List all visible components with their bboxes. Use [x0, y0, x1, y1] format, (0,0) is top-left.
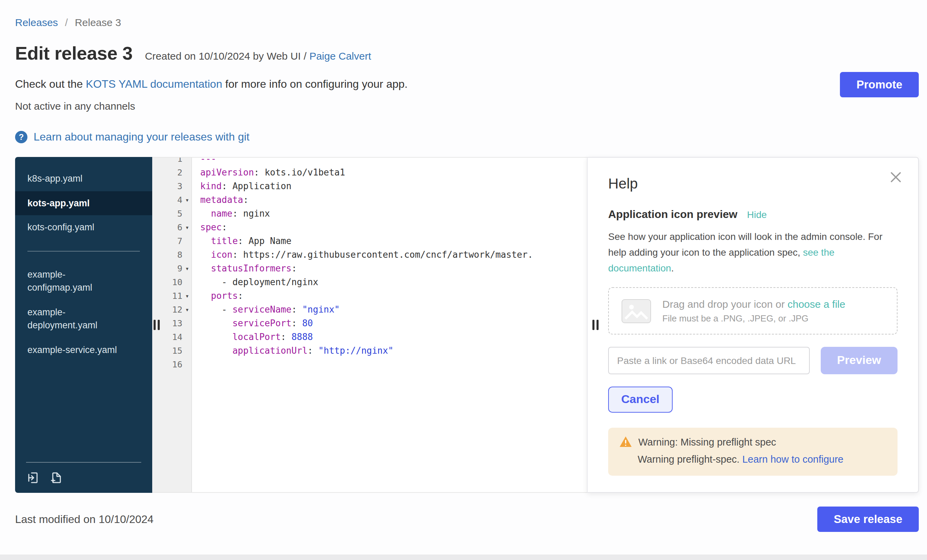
fold-spacer: [182, 207, 192, 221]
fold-toggle-icon[interactable]: ▾: [182, 221, 192, 234]
dropzone-text: Drag and drop your icon or choose a file…: [663, 299, 845, 324]
fold-spacer: [182, 248, 192, 262]
fold-spacer: [182, 358, 192, 372]
fold-spacer: [182, 344, 192, 358]
line-number: 13: [172, 317, 182, 330]
file-list-divider: [27, 250, 140, 251]
line-number: 3: [177, 180, 182, 193]
line-number: 14: [172, 330, 182, 344]
sidebar-resize-handle[interactable]: [153, 320, 160, 330]
last-modified-text: Last modified on 10/10/2024: [15, 513, 153, 525]
desc-text-after: .: [671, 263, 674, 273]
preflight-warning: Warning: Missing preflight spec Warning …: [608, 428, 898, 476]
line-number: 6: [177, 221, 182, 234]
choose-file-link[interactable]: choose a file: [787, 299, 845, 310]
close-icon[interactable]: [890, 171, 902, 183]
code-line: 4▾metadata:: [152, 193, 587, 207]
file-tree: k8s-app.yamlkots-app.yamlkots-config.yam…: [15, 157, 152, 493]
icon-url-row: Preview: [608, 347, 898, 375]
new-file-icon[interactable]: [49, 471, 63, 485]
page-content: Releases / Release 3 Edit release 3 Crea…: [0, 0, 927, 560]
channel-status: Not active in any channels: [15, 100, 919, 112]
line-number: 1: [177, 157, 182, 166]
file-type-hint: File must be a .PNG, .JPEG, or .JPG: [663, 314, 845, 324]
doc-text-before: Check out the: [15, 78, 86, 90]
code-line: 15 applicationUrl: "http://nginx": [152, 344, 587, 358]
code-line: 8 icon: https://raw.githubusercontent.co…: [152, 248, 587, 262]
author-link[interactable]: Paige Calvert: [309, 50, 371, 62]
icon-url-input[interactable]: [608, 347, 809, 375]
git-help-row: ? Learn about managing your releases wit…: [15, 131, 919, 143]
line-number: 15: [172, 344, 182, 358]
preview-button[interactable]: Preview: [821, 347, 898, 375]
line-number: 2: [177, 166, 182, 180]
created-text: Created on 10/10/2024 by Web UI /: [145, 50, 310, 62]
breadcrumb-separator: /: [65, 17, 68, 28]
fold-spacer: [182, 234, 192, 248]
line-number: 4: [177, 193, 182, 207]
release-workspace: k8s-app.yamlkots-app.yamlkots-config.yam…: [15, 157, 919, 493]
code-line: 1---: [152, 157, 587, 166]
warning-detail: Warning preflight-spec. Learn how to con…: [619, 454, 886, 465]
warning-title: Warning: Missing preflight spec: [638, 437, 776, 448]
file-item[interactable]: kots-app.yaml: [15, 191, 152, 215]
page-bottom-edge: [0, 554, 927, 560]
file-item[interactable]: example-deployment.yaml: [15, 300, 152, 338]
fold-toggle-icon[interactable]: ▾: [182, 193, 192, 207]
file-item[interactable]: kots-config.yaml: [15, 215, 152, 240]
desc-text-before: See how your application icon will look …: [608, 231, 883, 258]
code-line: 5 name: nginx: [152, 207, 587, 221]
code-line: 6▾spec:: [152, 221, 587, 234]
hide-link[interactable]: Hide: [747, 209, 767, 220]
line-number: 16: [172, 358, 182, 372]
code-line: 3kind: Application: [152, 180, 587, 193]
line-number: 8: [177, 248, 182, 262]
code-line: 14 localPort: 8888: [152, 330, 587, 344]
file-tree-footer-divider: [26, 462, 141, 463]
code-line: 7 title: App Name: [152, 234, 587, 248]
fold-spacer: [182, 157, 192, 166]
fold-spacer: [182, 317, 192, 330]
git-releases-help-link[interactable]: Learn about managing your releases with …: [33, 131, 249, 143]
file-item[interactable]: example-service.yaml: [15, 338, 152, 362]
warning-icon: [619, 436, 632, 448]
line-number: 12: [172, 303, 182, 317]
page-title: Edit release 3: [15, 43, 133, 64]
import-file-icon[interactable]: [26, 471, 40, 485]
fold-toggle-icon[interactable]: ▾: [182, 289, 192, 303]
footer: Last modified on 10/10/2024 Save release: [15, 507, 919, 532]
line-number: 10: [172, 276, 182, 289]
file-list-bottom: example-configmap.yamlexample-deployment…: [15, 262, 152, 362]
save-release-button[interactable]: Save release: [817, 507, 919, 532]
breadcrumb-releases-link[interactable]: Releases: [15, 17, 58, 28]
code-line: 11▾ ports:: [152, 289, 587, 303]
code-lines: 1---2apiVersion: kots.io/v1beta13kind: A…: [152, 157, 587, 372]
promote-button[interactable]: Promote: [840, 72, 919, 97]
help-panel: Help Application icon preview Hide See h…: [587, 157, 919, 493]
image-placeholder-icon: [621, 299, 651, 323]
help-title: Help: [608, 176, 898, 192]
fold-toggle-icon[interactable]: ▾: [182, 262, 192, 276]
fold-toggle-icon[interactable]: ▾: [182, 303, 192, 317]
line-number: 11: [172, 289, 182, 303]
kots-yaml-doc-link[interactable]: KOTS YAML documentation: [86, 78, 222, 90]
edit-release-page: Releases / Release 3 Edit release 3 Crea…: [0, 0, 927, 560]
code-line: 9▾ statusInformers:: [152, 262, 587, 276]
line-number: 7: [177, 234, 182, 248]
doc-row: Check out the KOTS YAML documentation fo…: [15, 78, 919, 91]
doc-text-after: for more info on configuring your app.: [222, 78, 407, 90]
file-item[interactable]: k8s-app.yaml: [15, 167, 152, 191]
title-row: Edit release 3 Created on 10/10/2024 by …: [15, 43, 919, 64]
help-resize-handle[interactable]: [593, 320, 599, 330]
icon-preview-description: See how your application icon will look …: [608, 229, 898, 276]
code-editor[interactable]: 1---2apiVersion: kots.io/v1beta13kind: A…: [152, 157, 587, 493]
file-tree-footer: [15, 462, 152, 493]
file-item[interactable]: example-configmap.yaml: [15, 262, 152, 300]
fold-spacer: [182, 276, 192, 289]
fold-spacer: [182, 180, 192, 193]
icon-dropzone[interactable]: Drag and drop your icon or choose a file…: [608, 288, 898, 335]
code-line: 16: [152, 358, 587, 372]
cancel-button[interactable]: Cancel: [608, 387, 673, 413]
learn-configure-link[interactable]: Learn how to configure: [742, 454, 843, 465]
question-icon: ?: [15, 131, 27, 143]
